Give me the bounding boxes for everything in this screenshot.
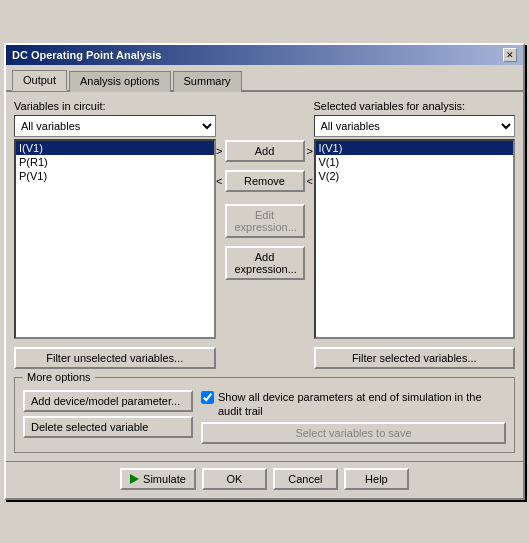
- add-button[interactable]: Add: [225, 140, 305, 162]
- list-item[interactable]: V(1): [316, 155, 514, 169]
- footer: Simulate OK Cancel Help: [6, 461, 523, 498]
- simulate-button[interactable]: Simulate: [120, 468, 196, 490]
- middle-spacer: [220, 343, 310, 369]
- right-dropdown[interactable]: All variables: [314, 115, 516, 137]
- filter-left-area: Filter unselected variables...: [14, 343, 216, 369]
- list-item[interactable]: V(2): [316, 169, 514, 183]
- add-expression-button[interactable]: Add expression...: [225, 246, 305, 280]
- left-dropdown[interactable]: All variables: [14, 115, 216, 137]
- filter-right-area: Filter selected variables...: [314, 343, 516, 369]
- left-panel-label: Variables in circuit:: [14, 100, 216, 112]
- list-item[interactable]: I(V1): [16, 141, 214, 155]
- delete-variable-button[interactable]: Delete selected variable: [23, 416, 193, 438]
- audit-trail-checkbox[interactable]: [201, 391, 214, 404]
- add-row: > Add >: [216, 140, 313, 162]
- help-button[interactable]: Help: [344, 468, 409, 490]
- tab-content: Variables in circuit: All variables I(V1…: [6, 92, 523, 462]
- edit-expression-button[interactable]: Edit expression...: [225, 204, 305, 238]
- cancel-button[interactable]: Cancel: [273, 468, 338, 490]
- titlebar: DC Operating Point Analysis ✕: [6, 45, 523, 65]
- left-panel: Variables in circuit: All variables I(V1…: [14, 100, 216, 339]
- arrow-left2-icon: <: [307, 175, 313, 187]
- tab-summary[interactable]: Summary: [173, 71, 242, 92]
- remove-row: < Remove <: [216, 170, 313, 192]
- arrow-right-icon: >: [216, 145, 222, 157]
- main-window: DC Operating Point Analysis ✕ Output Ana…: [4, 43, 525, 501]
- list-item[interactable]: I(V1): [316, 141, 514, 155]
- play-icon: [130, 474, 139, 484]
- close-button[interactable]: ✕: [503, 48, 517, 62]
- list-item[interactable]: P(V1): [16, 169, 214, 183]
- more-options-group: More options Add device/model parameter.…: [14, 377, 515, 454]
- add-device-button[interactable]: Add device/model parameter...: [23, 390, 193, 412]
- more-options-content: Add device/model parameter... Delete sel…: [23, 390, 506, 445]
- select-variables-button[interactable]: Select variables to save: [201, 422, 506, 444]
- more-options-left: Add device/model parameter... Delete sel…: [23, 390, 193, 445]
- variables-layout: Variables in circuit: All variables I(V1…: [14, 100, 515, 339]
- filter-unselected-button[interactable]: Filter unselected variables...: [14, 347, 216, 369]
- window-title: DC Operating Point Analysis: [12, 49, 161, 61]
- audit-trail-row: Show all device parameters at end of sim…: [201, 390, 506, 419]
- right-listbox[interactable]: I(V1) V(1) V(2): [314, 139, 516, 339]
- more-options-label: More options: [23, 371, 95, 383]
- right-panel-label: Selected variables for analysis:: [314, 100, 516, 112]
- remove-button[interactable]: Remove: [225, 170, 305, 192]
- simulate-label: Simulate: [143, 473, 186, 485]
- ok-button[interactable]: OK: [202, 468, 267, 490]
- arrow-right2-icon: >: [307, 145, 313, 157]
- middle-controls: > Add > < Remove < Edit expression... Ad…: [220, 100, 310, 280]
- list-item[interactable]: P(R1): [16, 155, 214, 169]
- left-listbox[interactable]: I(V1) P(R1) P(V1): [14, 139, 216, 339]
- filter-selected-button[interactable]: Filter selected variables...: [314, 347, 516, 369]
- tab-output[interactable]: Output: [12, 70, 67, 91]
- tab-bar: Output Analysis options Summary: [6, 65, 523, 92]
- more-options-right: Show all device parameters at end of sim…: [201, 390, 506, 445]
- right-panel: Selected variables for analysis: All var…: [314, 100, 516, 339]
- tab-analysis-options[interactable]: Analysis options: [69, 71, 171, 92]
- arrow-left-icon: <: [216, 175, 222, 187]
- filter-row: Filter unselected variables... Filter se…: [14, 343, 515, 369]
- audit-trail-label: Show all device parameters at end of sim…: [218, 390, 506, 419]
